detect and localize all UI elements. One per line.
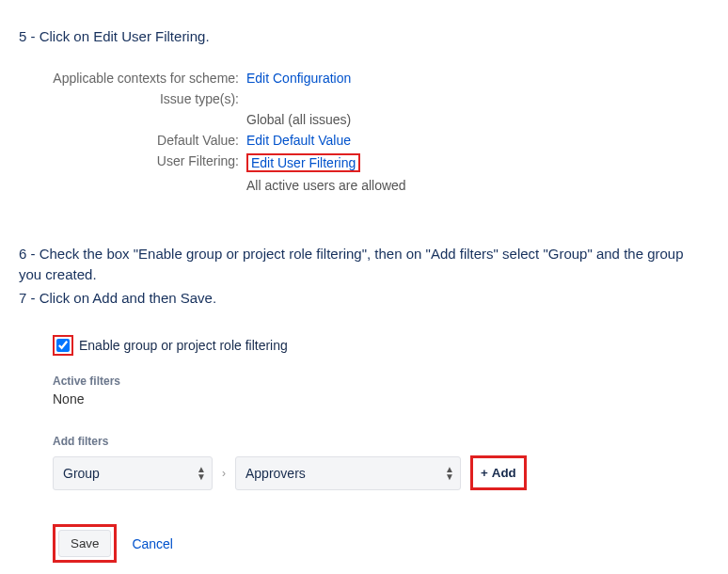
highlight-box: Save bbox=[53, 524, 117, 563]
highlight-box: + Add bbox=[470, 455, 527, 490]
active-filters-heading: Active filters bbox=[53, 375, 675, 388]
step5-text: 5 - Click on Edit User Filtering. bbox=[19, 26, 709, 48]
highlight-box bbox=[53, 335, 73, 356]
filter-type-select[interactable]: Group ▲▼ bbox=[53, 456, 213, 490]
step6-text: 6 - Check the box "Enable group or proje… bbox=[19, 244, 709, 286]
filtering-note: All active users are allowed bbox=[246, 178, 709, 193]
select-caret-icon: ▲▼ bbox=[445, 466, 454, 481]
edit-user-filtering-link[interactable]: Edit User Filtering bbox=[251, 155, 356, 170]
edit-default-link[interactable]: Edit Default Value bbox=[246, 133, 351, 148]
add-button[interactable]: + Add bbox=[475, 460, 522, 486]
plus-icon: + bbox=[481, 466, 488, 480]
save-button[interactable]: Save bbox=[58, 530, 111, 557]
cancel-link[interactable]: Cancel bbox=[132, 536, 173, 551]
default-value-label: Default Value: bbox=[32, 133, 246, 148]
filter-panel: Enable group or project role filtering A… bbox=[53, 335, 675, 563]
edit-configuration-link[interactable]: Edit Configuration bbox=[246, 71, 351, 86]
filter-value-select[interactable]: Approvers ▲▼ bbox=[235, 456, 461, 490]
enable-filtering-checkbox[interactable] bbox=[56, 339, 70, 352]
issue-types-label: Issue type(s): bbox=[32, 91, 246, 106]
active-filters-none: None bbox=[53, 391, 675, 407]
add-filters-heading: Add filters bbox=[53, 435, 675, 448]
scheme-config: Applicable contexts for scheme: Edit Con… bbox=[32, 71, 709, 193]
contexts-label: Applicable contexts for scheme: bbox=[32, 71, 246, 86]
enable-filtering-label: Enable group or project role filtering bbox=[79, 338, 288, 353]
chevron-right-icon: › bbox=[222, 467, 226, 480]
user-filtering-label: User Filtering: bbox=[32, 153, 246, 172]
step7-text: 7 - Click on Add and then Save. bbox=[19, 288, 709, 310]
select-caret-icon: ▲▼ bbox=[197, 466, 206, 481]
highlight-box: Edit User Filtering bbox=[246, 153, 360, 172]
issue-types-value: Global (all issues) bbox=[246, 112, 709, 127]
